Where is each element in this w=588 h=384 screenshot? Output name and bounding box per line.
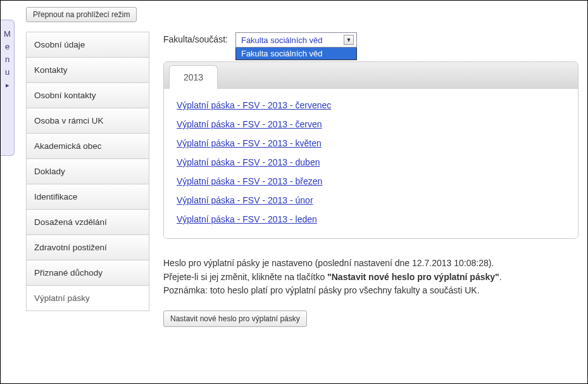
sidebar-item-kontakty[interactable]: Kontakty bbox=[27, 57, 149, 83]
payslip-link[interactable]: Výplatní páska - FSV - 2013 - duben bbox=[177, 157, 565, 167]
password-info: Heslo pro výplatní pásky je nastaveno (p… bbox=[163, 257, 579, 298]
faculty-option[interactable]: Fakulta sociálních věd bbox=[236, 48, 356, 60]
payslip-link[interactable]: Výplatní páska - FSV - 2013 - červenec bbox=[177, 100, 565, 110]
menu-collapse-tab[interactable]: M e n u ▸ bbox=[1, 20, 15, 156]
sidebar-item-identifikace[interactable]: Identifikace bbox=[27, 184, 149, 210]
sidebar-item-duchody[interactable]: Přiznané důchody bbox=[27, 260, 149, 286]
info-text: Poznámka: toto heslo platí pro výplatní … bbox=[163, 285, 480, 295]
info-text: Přejete-li si jej změnit, klikněte na tl… bbox=[163, 272, 327, 282]
chevron-down-icon: ▼ bbox=[344, 35, 354, 45]
tab-2013[interactable]: 2013 bbox=[169, 65, 218, 89]
sidebar: Osobní údaje Kontakty Osobní kontakty Os… bbox=[26, 32, 149, 311]
sidebar-item-osoba-uk[interactable]: Osoba v rámci UK bbox=[27, 108, 149, 134]
tab-strip: 2013 bbox=[164, 62, 578, 89]
faculty-label: Fakulta/součást: bbox=[163, 32, 228, 44]
set-password-button[interactable]: Nastavit nové heslo pro výplatní pásky bbox=[163, 310, 307, 327]
info-date: 12.7.2013 10:08:28 bbox=[412, 258, 489, 268]
payslip-link[interactable]: Výplatní páska - FSV - 2013 - květen bbox=[177, 138, 565, 148]
info-text: Heslo pro výplatní pásky je nastaveno (p… bbox=[163, 258, 412, 268]
sidebar-item-akademicka-obec[interactable]: Akademická obec bbox=[27, 133, 149, 159]
payslip-link[interactable]: Výplatní páska - FSV - 2013 - červen bbox=[177, 119, 565, 129]
faculty-select[interactable]: Fakulta sociálních věd ▼ bbox=[235, 32, 357, 48]
sidebar-item-osobni-udaje[interactable]: Osobní údaje bbox=[27, 32, 149, 58]
payslip-link[interactable]: Výplatní páska - FSV - 2013 - leden bbox=[177, 214, 565, 224]
payslip-link[interactable]: Výplatní páska - FSV - 2013 - březen bbox=[177, 176, 565, 186]
payslip-link[interactable]: Výplatní páska - FSV - 2013 - únor bbox=[177, 195, 565, 205]
sidebar-item-osobni-kontakty[interactable]: Osobní kontakty bbox=[27, 82, 149, 108]
info-text: ). bbox=[489, 258, 494, 268]
sidebar-item-vzdelani[interactable]: Dosažená vzdělání bbox=[27, 209, 149, 235]
menu-expand-icon: ▸ bbox=[6, 81, 9, 89]
payslip-panel: 2013 Výplatní páska - FSV - 2013 - červe… bbox=[163, 61, 579, 239]
info-bold: "Nastavit nové heslo pro výplatní pásky" bbox=[327, 272, 499, 282]
tab-body: Výplatní páska - FSV - 2013 - červenec V… bbox=[164, 89, 578, 238]
menu-tab-letter: n bbox=[1, 53, 14, 66]
menu-tab-letter: u bbox=[1, 66, 14, 79]
menu-tab-letter: M bbox=[1, 28, 14, 41]
faculty-select-value: Fakulta sociálních věd bbox=[241, 35, 323, 45]
info-text: . bbox=[499, 272, 502, 282]
menu-tab-letter: e bbox=[1, 41, 14, 53]
sidebar-item-vyplatni-pasky[interactable]: Výplatní pásky bbox=[27, 285, 149, 311]
switch-mode-button[interactable]: Přepnout na prohlížecí režim bbox=[26, 7, 137, 22]
faculty-dropdown: Fakulta sociálních věd bbox=[235, 48, 357, 60]
sidebar-item-doklady[interactable]: Doklady bbox=[27, 158, 149, 184]
sidebar-item-zdravotni[interactable]: Zdravotní postižení bbox=[27, 234, 149, 260]
